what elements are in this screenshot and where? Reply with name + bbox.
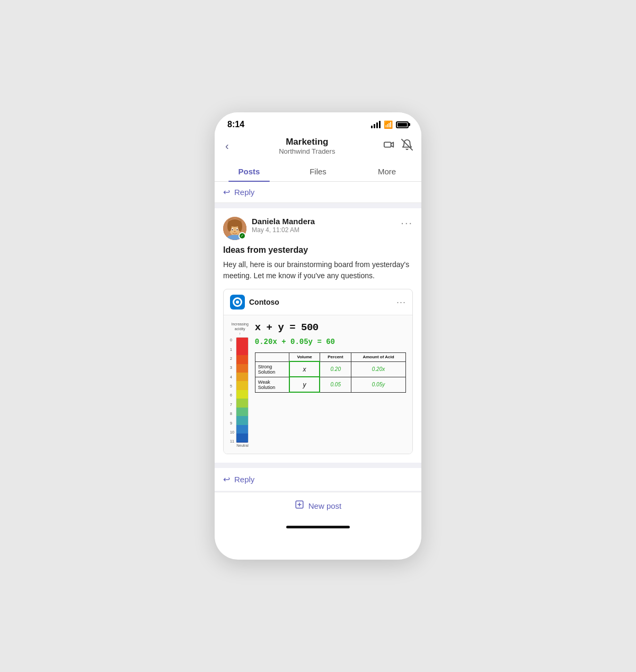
math-area: x + y = 500 0.20x + 0.05y = 60 Volume Pe… [255, 322, 406, 447]
post-body: Hey all, here is our brainstorming board… [223, 259, 413, 281]
nav-bar: ‹ Marketing Northwind Traders [215, 132, 421, 162]
post-meta: Daniela Mandera May 4, 11:02 AM [252, 217, 315, 234]
attachment-logo-area: Contoso [230, 295, 279, 310]
table-row-strong: StrongSolution x 0.20 0.20x [255, 361, 405, 377]
nav-title-area: Marketing Northwind Traders [231, 137, 383, 155]
svg-point-12 [232, 229, 233, 230]
attachment-name: Contoso [249, 298, 279, 306]
online-status-badge [238, 232, 246, 240]
channel-title: Marketing [231, 137, 383, 147]
equation-2: 0.20x + 0.05y = 60 [255, 338, 406, 346]
ph-numbers: 0 1 2 3 4 5 6 7 8 9 10 1 [230, 337, 234, 443]
signal-icon [371, 121, 381, 128]
tab-posts[interactable]: Posts [215, 162, 284, 181]
reply-arrow-bottom-icon: ↩ [223, 474, 230, 484]
attachment-more-button[interactable]: ··· [396, 297, 406, 308]
post-more-button[interactable]: ··· [401, 217, 413, 229]
tab-more[interactable]: More [352, 162, 421, 181]
table-row-weak: WeakSolution y 0.05 0.05y [255, 377, 405, 392]
reply-button-top[interactable]: Reply [234, 188, 254, 197]
table-header-amount: Amount of Acid [351, 353, 406, 362]
new-post-bar[interactable]: New post [215, 492, 421, 519]
nav-actions [383, 139, 413, 153]
svg-point-13 [236, 229, 237, 230]
notifications-off-icon[interactable] [401, 139, 413, 153]
ph-color-strip [236, 337, 249, 443]
post-header: Daniela Mandera May 4, 11:02 AM ··· [223, 217, 413, 240]
tab-files[interactable]: Files [284, 162, 352, 181]
video-call-icon[interactable] [383, 139, 395, 153]
attachment-header: Contoso ··· [224, 289, 412, 315]
svg-point-14 [234, 231, 236, 232]
avatar-container [223, 217, 246, 240]
equation-1: x + y = 500 [255, 322, 406, 333]
attachment-content: Increasingacidity↑ 0 1 2 3 4 5 6 [224, 315, 412, 454]
new-post-label[interactable]: New post [308, 501, 342, 510]
ph-scale: Increasingacidity↑ 0 1 2 3 4 5 6 [230, 322, 249, 447]
reply-arrow-icon: ↩ [223, 187, 230, 197]
phone-frame: 8:14 📶 ‹ Marketing Northwind Traders [215, 112, 421, 560]
status-bar: 8:14 📶 [215, 112, 421, 132]
team-name: Northwind Traders [231, 147, 383, 155]
chemistry-table: Volume Percent Amount of Acid StrongSolu… [255, 352, 406, 393]
author-name: Daniela Mandera [252, 217, 315, 226]
svg-point-8 [238, 221, 242, 232]
battery-icon [396, 121, 409, 128]
ph-acidity-label: Increasingacidity↑ [232, 322, 249, 336]
new-post-icon [295, 500, 304, 512]
post-author-area: Daniela Mandera May 4, 11:02 AM [223, 217, 315, 240]
content-area: ↩ Reply [215, 182, 421, 519]
table-header-percent: Percent [320, 353, 351, 362]
table-header-label [255, 353, 289, 362]
post-timestamp: May 4, 11:02 AM [252, 226, 315, 234]
post-title: Ideas from yesterday [223, 245, 413, 255]
reply-button-bottom[interactable]: Reply [234, 475, 254, 484]
status-time: 8:14 [227, 120, 244, 129]
svg-line-1 [402, 139, 412, 150]
wifi-icon: 📶 [384, 120, 393, 129]
post-card: Daniela Mandera May 4, 11:02 AM ··· Idea… [215, 208, 421, 463]
status-icons: 📶 [371, 120, 409, 129]
attachment-card: Contoso ··· Increasingacidity↑ 0 1 [223, 289, 413, 454]
reply-bar-top: ↩ Reply [215, 182, 421, 203]
back-button[interactable]: ‹ [223, 138, 231, 154]
home-indicator [286, 526, 350, 528]
svg-rect-0 [384, 142, 391, 147]
ph-neutral-label: Neutral [236, 444, 249, 447]
svg-point-7 [227, 221, 232, 232]
contoso-logo [230, 295, 245, 310]
table-header-volume: Volume [289, 353, 320, 362]
tabs-bar: Posts Files More [215, 162, 421, 182]
reply-bar-bottom: ↩ Reply [215, 468, 421, 491]
